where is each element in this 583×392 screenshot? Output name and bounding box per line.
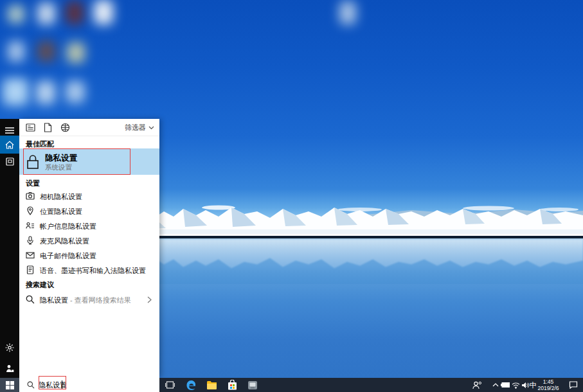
- search-results-panel: 筛选器 最佳匹配 隐私设置 系统设置 设置 相机隐私设置 位置隐私设置 帐户信息…: [19, 119, 159, 378]
- task-view-icon: [165, 381, 175, 389]
- settings-section-label: 设置: [26, 179, 40, 188]
- blurred-desktop-icon: [67, 42, 85, 63]
- globe-icon: [60, 123, 70, 132]
- blurred-desktop-icon: [66, 1, 84, 24]
- blurred-desktop-icon: [339, 1, 356, 24]
- wifi-icon: [512, 382, 520, 389]
- task-view-button[interactable]: [164, 379, 175, 391]
- web-search-suggestion[interactable]: 隐私设置 - 查看网络搜索结果: [19, 292, 159, 307]
- gear-icon: [5, 343, 14, 352]
- text-cursor: [62, 380, 62, 389]
- blurred-desktop-icon: [37, 41, 55, 62]
- document-page-icon: [44, 123, 52, 132]
- battery-icon: [501, 382, 510, 388]
- search-rail: [0, 119, 19, 378]
- result-label: 相机隐私设置: [40, 192, 82, 202]
- people-button[interactable]: [471, 379, 483, 391]
- result-speech-ink-privacy[interactable]: 语音、墨迹书写和输入法隐私设置: [19, 263, 159, 278]
- blurred-desktop-icon: [8, 5, 24, 23]
- blurred-desktop-icon: [3, 78, 28, 105]
- best-match-title: 隐私设置: [45, 153, 77, 164]
- suggestion-hint: - 查看网络搜索结果: [70, 296, 131, 304]
- microphone-icon: [26, 236, 35, 245]
- chevron-down-icon: [148, 126, 154, 130]
- home-icon: [5, 141, 14, 149]
- result-label: 语音、墨迹书写和输入法隐私设置: [40, 266, 146, 276]
- search-input[interactable]: [39, 378, 135, 392]
- action-center-button[interactable]: [568, 379, 579, 391]
- notebook-button[interactable]: [0, 152, 19, 170]
- contact-card-icon: [26, 221, 35, 230]
- location-icon: [26, 206, 35, 215]
- notification-icon: [569, 381, 578, 389]
- documents-filter-button[interactable]: [44, 123, 53, 132]
- store-icon: [228, 380, 237, 390]
- web-filter-button[interactable]: [60, 123, 70, 132]
- screen: 筛选器 最佳匹配 隐私设置 系统设置 设置 相机隐私设置 位置隐私设置 帐户信息…: [0, 0, 583, 392]
- filters-label: 筛选器: [125, 123, 146, 132]
- blurred-desktop-icon: [8, 41, 24, 62]
- search-icon: [26, 295, 35, 304]
- home-button[interactable]: [0, 136, 19, 154]
- taskbar-search-field[interactable]: [19, 378, 159, 392]
- result-email-privacy[interactable]: 电子邮件隐私设置: [19, 248, 159, 263]
- suggestions-section-label: 搜索建议: [26, 280, 54, 290]
- document-icon: [26, 265, 35, 274]
- chevron-up-icon: [492, 383, 499, 387]
- result-label: 麦克风隐私设置: [40, 236, 89, 246]
- people-icon: [472, 381, 482, 389]
- result-account-info-privacy[interactable]: 帐户信息隐私设置: [19, 218, 159, 233]
- start-button[interactable]: [0, 378, 19, 392]
- feedback-button[interactable]: [0, 359, 19, 377]
- clock[interactable]: 1:45 2019/2/6: [537, 379, 559, 391]
- file-explorer-button[interactable]: [206, 379, 217, 391]
- person-icon: [6, 364, 14, 373]
- best-match-subtitle: 系统设置: [45, 163, 72, 172]
- result-label: 帐户信息隐私设置: [40, 222, 96, 231]
- result-location-privacy[interactable]: 位置隐私设置: [19, 204, 159, 218]
- store-button[interactable]: [226, 379, 238, 391]
- result-camera-privacy[interactable]: 相机隐私设置: [19, 189, 159, 204]
- blurred-desktop-icon: [36, 81, 55, 104]
- apps-filter-button[interactable]: [26, 123, 35, 132]
- notebook-icon: [6, 157, 14, 166]
- suggestion-query: 隐私设置: [40, 296, 68, 304]
- email-icon: [26, 251, 35, 260]
- windows-logo-icon: [6, 381, 14, 389]
- result-microphone-privacy[interactable]: 麦克风隐私设置: [19, 233, 159, 248]
- ime-indicator-button[interactable]: 中: [528, 379, 537, 391]
- blurred-desktop-icon: [94, 0, 113, 24]
- blurred-desktop-icon: [37, 3, 55, 24]
- ime-indicator-label: 中: [530, 380, 537, 390]
- chevron-right-icon: [147, 296, 152, 303]
- edge-icon: [186, 380, 197, 391]
- search-icon: [27, 381, 35, 389]
- best-match-section-label: 最佳匹配: [26, 139, 54, 149]
- settings-button[interactable]: [0, 339, 19, 357]
- result-label: 电子邮件隐私设置: [40, 251, 96, 261]
- blurred-desktop-icon: [66, 81, 85, 103]
- hamburger-icon: [5, 127, 14, 134]
- best-match-result[interactable]: 隐私设置 系统设置: [19, 148, 159, 175]
- folder-icon: [206, 380, 217, 389]
- app-icon: [247, 380, 258, 390]
- result-label: 位置隐私设置: [40, 207, 82, 217]
- lock-icon: [26, 154, 40, 170]
- clock-time: 1:45: [537, 379, 559, 385]
- camera-icon: [26, 192, 35, 200]
- pinned-app-button[interactable]: [247, 379, 258, 391]
- search-filter-bar: 筛选器: [19, 119, 159, 136]
- edge-browser-button[interactable]: [185, 379, 197, 391]
- apps-icon: [26, 123, 35, 132]
- clock-date: 2019/2/6: [537, 385, 559, 391]
- filters-dropdown[interactable]: 筛选器: [125, 123, 154, 132]
